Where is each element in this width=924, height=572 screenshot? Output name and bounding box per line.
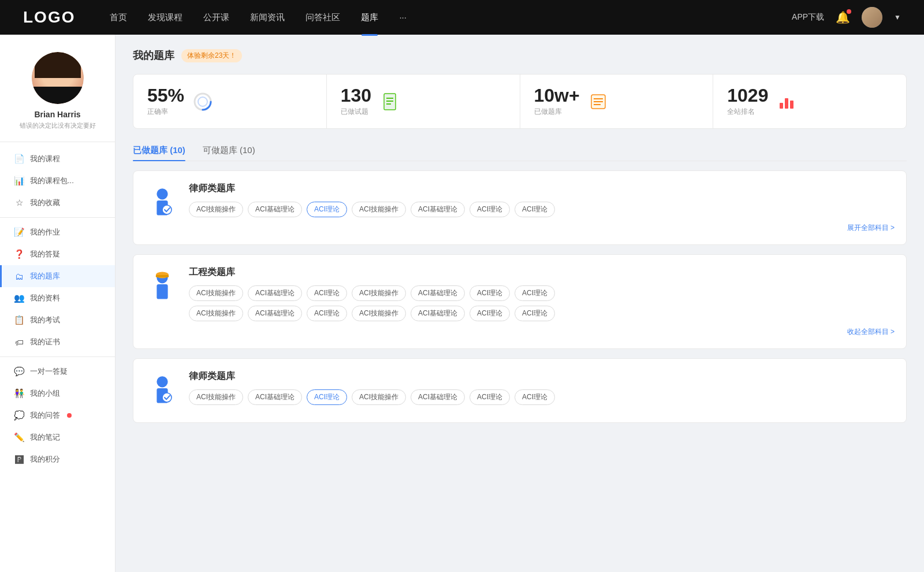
nav-quiz[interactable]: 题库 (361, 10, 378, 25)
tag-4[interactable]: ACI技能操作 (352, 202, 406, 217)
ltag-6[interactable]: ACI理论 (470, 389, 510, 405)
eng-tag-13[interactable]: ACI理论 (470, 306, 510, 321)
header-right: APP下载 🔔 ▼ (792, 7, 901, 28)
homework-icon: 📝 (14, 227, 24, 237)
stats-row: 55% 正确率 130 已做试题 (133, 74, 907, 129)
sidebar-item-quiz-bank[interactable]: 🗂 我的题库 (0, 265, 115, 287)
group-icon: 👫 (14, 388, 24, 399)
notification-dot (847, 9, 851, 14)
lawyer-bank-tags-2: ACI技能操作 ACI基础理论 ACI理论 ACI技能操作 ACI基础理论 AC… (189, 389, 895, 405)
tag-7[interactable]: ACI理论 (515, 202, 555, 217)
page-header: 我的题库 体验剩余23天！ (133, 49, 907, 62)
sidebar-item-label: 我的考试 (30, 315, 60, 325)
sidebar-item-notes[interactable]: ✏️ 我的笔记 (0, 426, 115, 448)
ltag-5[interactable]: ACI基础理论 (411, 389, 465, 405)
sidebar-item-label: 我的问答 (30, 410, 60, 421)
sidebar-item-materials[interactable]: 👥 我的资料 (0, 287, 115, 309)
quiz-bank-tabs: 已做题库 (10) 可做题库 (10) (133, 140, 907, 161)
sidebar-item-label: 我的题库 (30, 271, 60, 281)
note-icon: ✏️ (14, 432, 24, 443)
engineer-bank-icon (145, 266, 180, 307)
chat-icon: 💬 (14, 366, 24, 377)
sidebar-item-label: 我的课程包... (30, 176, 74, 186)
trial-badge: 体验剩余23天！ (181, 49, 242, 62)
sidebar-divider-1 (0, 217, 115, 218)
tag-5[interactable]: ACI基础理论 (411, 202, 465, 217)
sidebar-item-points[interactable]: 🅿 我的积分 (0, 448, 115, 470)
sidebar-item-label: 我的资料 (30, 293, 60, 303)
header: LOGO 首页 发现课程 公开课 新闻资讯 问答社区 题库 ··· APP下载 … (0, 0, 924, 35)
eng-tag-8[interactable]: ACI技能操作 (189, 306, 243, 321)
svg-point-21 (157, 376, 167, 387)
tag-6[interactable]: ACI理论 (470, 202, 510, 217)
eng-tag-6[interactable]: ACI理论 (470, 285, 510, 301)
chart-bar-icon: 📊 (14, 176, 24, 186)
sidebar-item-favorites[interactable]: ☆ 我的收藏 (0, 192, 115, 214)
expand-link-1[interactable]: 展开全部科目 > (847, 223, 895, 233)
sidebar-item-one-on-one[interactable]: 💬 一对一答疑 (0, 361, 115, 382)
eng-tag-2[interactable]: ACI基础理论 (248, 285, 302, 301)
user-avatar[interactable] (862, 7, 882, 28)
notification-bell[interactable]: 🔔 (836, 10, 850, 24)
eng-tag-5[interactable]: ACI基础理论 (411, 285, 465, 301)
sidebar-item-cert[interactable]: 🏷 我的证书 (0, 331, 115, 353)
ltag-3[interactable]: ACI理论 (307, 389, 347, 405)
collapse-link[interactable]: 收起全部科目 > (847, 327, 895, 337)
page-title: 我的题库 (133, 49, 174, 62)
question-icon: ❓ (14, 249, 24, 259)
lawyer-bank-tags-1: ACI技能操作 ACI基础理论 ACI理论 ACI技能操作 ACI基础理论 AC… (189, 202, 895, 217)
eng-tag-4[interactable]: ACI技能操作 (352, 285, 406, 301)
sidebar-item-groups[interactable]: 👫 我的小组 (0, 382, 115, 404)
stat-done-value: 130 (341, 86, 371, 105)
sidebar-item-label: 我的答疑 (30, 249, 60, 259)
stat-banks-label: 已做题库 (534, 107, 580, 117)
svg-point-23 (162, 393, 172, 402)
eng-tag-3[interactable]: ACI理论 (307, 285, 347, 301)
ltag-4[interactable]: ACI技能操作 (352, 389, 406, 405)
tag-3[interactable]: ACI理论 (307, 202, 347, 217)
tab-available[interactable]: 可做题库 (10) (203, 140, 255, 161)
eng-tag-11[interactable]: ACI技能操作 (352, 306, 406, 321)
folder-icon: 👥 (14, 293, 24, 303)
ltag-7[interactable]: ACI理论 (515, 389, 555, 405)
stat-site-rank: 1029 全站排名 (713, 75, 906, 128)
tab-done[interactable]: 已做题库 (10) (133, 140, 185, 161)
stat-rank-value: 1029 (727, 86, 768, 105)
nav-qa[interactable]: 问答社区 (305, 10, 340, 25)
eng-tag-1[interactable]: ACI技能操作 (189, 285, 243, 301)
nav-home[interactable]: 首页 (110, 10, 127, 25)
sidebar-item-label: 我的证书 (30, 337, 60, 347)
tag-1[interactable]: ACI技能操作 (189, 202, 243, 217)
nav-more[interactable]: ··· (399, 10, 407, 25)
quiz-bank-card-lawyer-2: 律师类题库 ACI技能操作 ACI基础理论 ACI理论 ACI技能操作 ACI基… (133, 358, 907, 423)
eng-tag-7[interactable]: ACI理论 (515, 285, 555, 301)
nav-news[interactable]: 新闻资讯 (250, 10, 285, 25)
eng-tag-12[interactable]: ACI基础理论 (411, 306, 465, 321)
app-download-button[interactable]: APP下载 (792, 12, 824, 23)
engineer-bank-tags-row1: ACI技能操作 ACI基础理论 ACI理论 ACI技能操作 ACI基础理论 AC… (189, 285, 895, 301)
svg-rect-13 (790, 101, 793, 109)
svg-point-16 (162, 205, 172, 214)
ltag-1[interactable]: ACI技能操作 (189, 389, 243, 405)
ltag-2[interactable]: ACI基础理论 (248, 389, 302, 405)
nav-open-course[interactable]: 公开课 (203, 10, 229, 25)
sidebar-item-exam[interactable]: 📋 我的考试 (0, 309, 115, 331)
eng-tag-14[interactable]: ACI理论 (515, 306, 555, 321)
quiz-bank-card-engineer: 工程类题库 ACI技能操作 ACI基础理论 ACI理论 ACI技能操作 ACI基… (133, 254, 907, 349)
tag-2[interactable]: ACI基础理论 (248, 202, 302, 217)
eng-tag-9[interactable]: ACI基础理论 (248, 306, 302, 321)
stat-banks-value: 10w+ (534, 86, 580, 105)
sidebar-item-qa[interactable]: ❓ 我的答疑 (0, 243, 115, 265)
user-dropdown-icon[interactable]: ▼ (894, 13, 901, 21)
stat-accuracy-label: 正确率 (147, 107, 184, 117)
nav-courses[interactable]: 发现课程 (148, 10, 182, 25)
sidebar-item-my-qa[interactable]: 💭 我的问答 (0, 404, 115, 426)
eng-tag-10[interactable]: ACI理论 (307, 306, 347, 321)
sidebar-item-course-packages[interactable]: 📊 我的课程包... (0, 170, 115, 192)
sidebar-divider-2 (0, 356, 115, 357)
sidebar-item-my-courses[interactable]: 📄 我的课程 (0, 148, 115, 170)
document-icon (379, 91, 400, 112)
qa-icon: 💭 (14, 410, 24, 421)
sidebar-item-homework[interactable]: 📝 我的作业 (0, 221, 115, 243)
profile-name: Brian Harris (12, 110, 103, 119)
